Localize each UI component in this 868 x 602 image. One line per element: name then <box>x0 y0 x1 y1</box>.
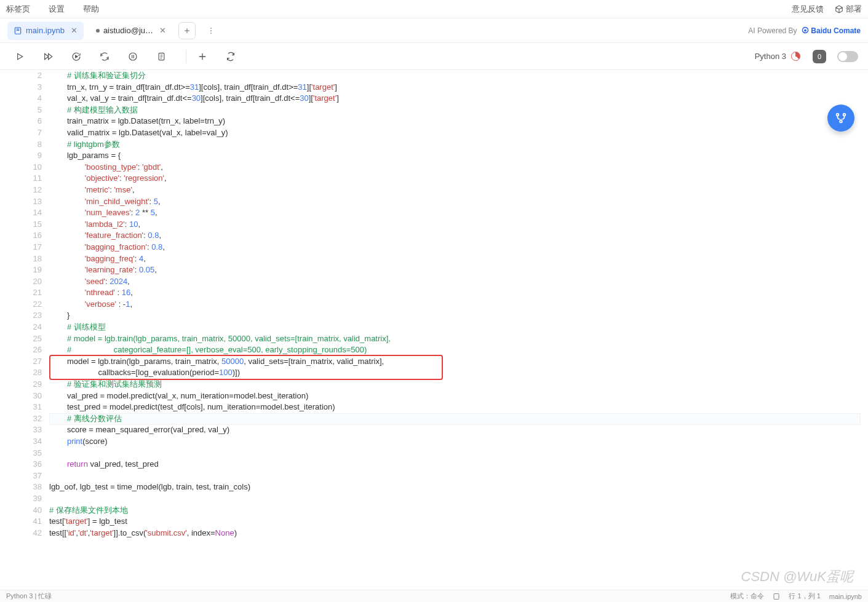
code-line[interactable]: model = lgb.train(lgb_params, train_matr… <box>49 356 868 368</box>
svg-point-7 <box>843 114 846 116</box>
code-line[interactable]: lgb_params = { <box>49 150 868 162</box>
menu-settings[interactable]: 设置 <box>49 4 65 15</box>
sync-button[interactable] <box>221 47 241 66</box>
tab-main[interactable]: main.ipynb ✕ <box>7 22 84 40</box>
code-line[interactable]: 'min_child_weight': 5, <box>49 196 868 208</box>
code-line[interactable]: callbacks=[log_evaluation(period=100)]) <box>49 367 868 379</box>
code-area[interactable]: # 训练集和验证集切分 trn_x, trn_y = train_df[trai… <box>49 70 868 539</box>
code-line[interactable]: # model = lgb.train(lgb_params, train_ma… <box>49 333 868 345</box>
code-line[interactable]: 'boosting_type': 'gbdt', <box>49 162 868 173</box>
code-line[interactable]: # 验证集和测试集结果预测 <box>49 379 868 390</box>
code-line[interactable] <box>49 448 868 459</box>
code-editor[interactable]: 2345678910111213141516171819202122232425… <box>0 70 868 539</box>
code-line[interactable]: 'num_leaves': 2 ** 5, <box>49 207 868 219</box>
code-line[interactable]: # 训练集和验证集切分 <box>49 70 868 82</box>
toggle-switch[interactable] <box>837 51 858 62</box>
code-line[interactable]: val_x, val_y = train_df[train_df.dt<=30]… <box>49 93 868 105</box>
line-gutter: 2345678910111213141516171819202122232425… <box>0 70 49 539</box>
code-line[interactable]: # 离线分数评估 <box>49 413 868 425</box>
line-number: 14 <box>0 207 42 219</box>
line-number: 20 <box>0 276 42 288</box>
tab-overflow[interactable] <box>207 26 215 35</box>
code-line[interactable]: # categorical_feature=[], verbose_eval=5… <box>49 344 868 356</box>
menu-tabs[interactable]: 标签页 <box>6 4 30 15</box>
code-line[interactable]: # 构建模型输入数据 <box>49 105 868 116</box>
svg-point-1 <box>210 27 212 28</box>
svg-point-6 <box>837 114 839 116</box>
code-line[interactable]: valid_matrix = lgb.Dataset(val_x, label=… <box>49 127 868 139</box>
run-all-button[interactable] <box>38 47 58 66</box>
code-line[interactable] <box>49 493 868 505</box>
powered-brand[interactable]: ⦿ Baidu Comate <box>802 26 861 35</box>
menu-deploy-label: 部署 <box>846 4 862 15</box>
line-number: 39 <box>0 493 42 505</box>
line-number: 19 <box>0 264 42 276</box>
tab-add[interactable] <box>178 22 196 39</box>
line-number: 22 <box>0 299 42 311</box>
line-number: 38 <box>0 481 42 493</box>
tabbar: main.ipynb ✕ aistudio@ju… ✕ AI Powered B… <box>0 18 868 43</box>
code-line[interactable]: } <box>49 310 868 322</box>
close-icon[interactable]: ✕ <box>159 26 166 35</box>
toolbar: Python 3 0 <box>0 43 868 70</box>
code-line[interactable]: print(score) <box>49 436 868 448</box>
line-number: 16 <box>0 230 42 242</box>
line-number: 32 <box>0 413 42 425</box>
code-line[interactable]: test_pred = model.predict(test_df[cols],… <box>49 402 868 413</box>
line-number: 8 <box>0 139 42 151</box>
code-line[interactable]: val_pred = model.predict(val_x, num_iter… <box>49 390 868 402</box>
code-line[interactable]: score = mean_squared_error(val_pred, val… <box>49 424 868 436</box>
line-number: 37 <box>0 470 42 482</box>
code-line[interactable]: lgb_oof, lgb_test = time_model(lgb, trai… <box>49 481 868 493</box>
line-number: 25 <box>0 333 42 345</box>
menu-feedback[interactable]: 意见反馈 <box>792 4 824 15</box>
code-line[interactable]: 'objective': 'regression', <box>49 173 868 184</box>
close-icon[interactable]: ✕ <box>71 26 78 35</box>
code-line[interactable]: 'bagging_fraction': 0.8, <box>49 242 868 253</box>
line-number: 31 <box>0 402 42 413</box>
svg-rect-9 <box>774 593 779 599</box>
svg-point-3 <box>210 33 212 34</box>
restart-run-button[interactable] <box>66 47 86 66</box>
menu-help[interactable]: 帮助 <box>83 4 99 15</box>
tab-terminal[interactable]: aistudio@ju… ✕ <box>90 22 172 40</box>
menubar: 标签页 设置 帮助 意见反馈 部署 <box>0 0 868 18</box>
line-number: 23 <box>0 310 42 322</box>
notification-badge[interactable]: 0 <box>813 50 826 63</box>
code-line[interactable]: # 保存结果文件到本地 <box>49 505 868 517</box>
code-line[interactable]: 'bagging_freq': 4, <box>49 253 868 265</box>
tab-terminal-label: aistudio@ju… <box>103 26 153 35</box>
code-line[interactable] <box>49 470 868 482</box>
restart-run-icon <box>71 52 81 61</box>
code-line[interactable]: return val_pred, test_pred <box>49 459 868 470</box>
code-line[interactable]: trn_x, trn_y = train_df[train_df.dt>=31]… <box>49 82 868 93</box>
menu-deploy[interactable]: 部署 <box>835 4 862 15</box>
code-line[interactable]: 'nthread' : 16, <box>49 287 868 299</box>
code-line[interactable]: 'verbose' : -1, <box>49 299 868 311</box>
branch-icon <box>834 111 848 125</box>
run-button[interactable] <box>10 47 30 66</box>
markdown-button[interactable] <box>151 47 171 66</box>
svg-point-2 <box>210 30 212 31</box>
code-line[interactable]: 'feature_fraction': 0.8, <box>49 230 868 242</box>
restart-button[interactable] <box>95 47 114 66</box>
line-number: 10 <box>0 162 42 173</box>
code-line[interactable]: test[['id','dt','target']].to_csv('submi… <box>49 528 868 539</box>
code-line[interactable]: # 训练模型 <box>49 322 868 333</box>
tab-main-label: main.ipynb <box>26 26 65 35</box>
line-number: 17 <box>0 242 42 253</box>
line-number: 30 <box>0 390 42 402</box>
code-line[interactable]: 'lambda_l2': 10, <box>49 219 868 231</box>
code-line[interactable]: 'seed': 2024, <box>49 276 868 288</box>
code-line[interactable]: # lightgbm参数 <box>49 139 868 151</box>
code-line[interactable]: 'metric': 'mse', <box>49 184 868 196</box>
cube-icon <box>835 5 843 14</box>
kernel-name[interactable]: Python 3 <box>755 52 786 61</box>
interrupt-button[interactable] <box>123 47 143 66</box>
code-line[interactable]: 'learning_rate': 0.05, <box>49 264 868 276</box>
line-number: 21 <box>0 287 42 299</box>
add-cell-button[interactable] <box>193 47 212 66</box>
code-line[interactable]: train_matrix = lgb.Dataset(trn_x, label=… <box>49 116 868 127</box>
code-line[interactable]: test['target'] = lgb_test <box>49 516 868 528</box>
assistant-fab[interactable] <box>827 105 854 132</box>
